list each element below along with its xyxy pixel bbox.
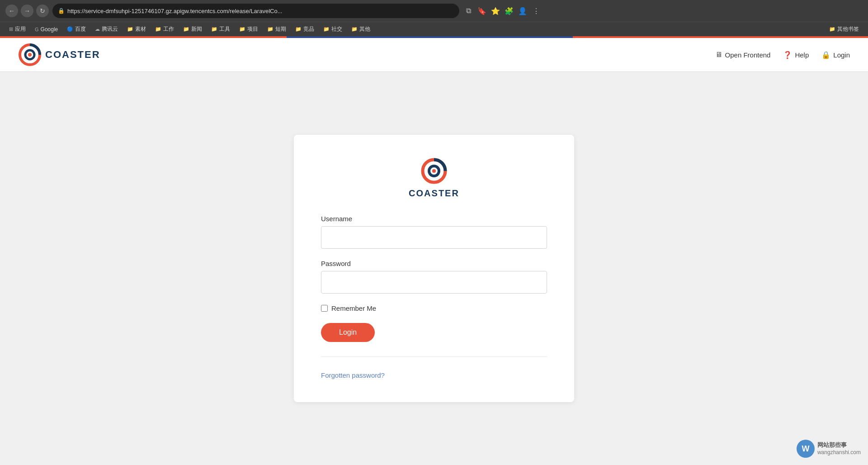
tencent-icon: ☁	[95, 26, 100, 32]
bookmark-other-bookmarks[interactable]: 📁 其他书签	[826, 24, 863, 34]
bookmark-label: Google	[41, 26, 58, 33]
bookmark-social[interactable]: 📁 社交	[320, 24, 346, 34]
remember-me-label[interactable]: Remember Me	[331, 304, 376, 312]
password-group: Password	[321, 260, 547, 294]
app-header: COASTER 🖥 Open Frontend ❓ Help 🔒 Login	[0, 38, 868, 72]
bookmark-sucai[interactable]: 📁 素材	[123, 24, 150, 34]
bookmark-label: 其他	[359, 25, 370, 33]
bookmark-label: 百度	[75, 25, 86, 33]
google-icon: G	[35, 27, 39, 32]
bookmark-competition[interactable]: 📁 竞品	[292, 24, 318, 34]
folder-icon: 📁	[351, 26, 358, 32]
bookmark-label: 其他书签	[837, 25, 859, 33]
baidu-icon: 🔵	[67, 26, 73, 32]
login-logo-icon	[420, 157, 448, 185]
main-content: COASTER Username Password Remember Me Lo…	[0, 72, 868, 465]
coaster-logo-icon	[18, 43, 42, 66]
login-logo: COASTER	[321, 157, 547, 199]
folder-icon: 📁	[211, 26, 217, 32]
svg-point-5	[432, 169, 436, 173]
bookmark-icon[interactable]: 🔖	[476, 5, 487, 16]
bookmark-apps[interactable]: ⊞ 应用	[5, 24, 29, 34]
url-text: https://service-dmfsuhpi-1251746107.gz.a…	[67, 8, 454, 14]
remember-me-checkbox[interactable]	[321, 305, 328, 312]
remember-me-container: Remember Me	[321, 304, 547, 312]
browser-toolbar: ← → ↻ 🔒 https://service-dmfsuhpi-1251746…	[0, 0, 868, 22]
username-input[interactable]	[321, 226, 547, 249]
lock-header-icon: 🔒	[821, 51, 830, 59]
bookmark-label: 项目	[247, 25, 258, 33]
bookmark-work[interactable]: 📁 工作	[151, 24, 178, 34]
bookmark-tools[interactable]: 📁 工具	[208, 24, 234, 34]
password-input[interactable]	[321, 271, 547, 294]
help-label: Help	[795, 51, 809, 59]
copy-icon[interactable]: ⧉	[463, 5, 474, 16]
bookmark-tencent[interactable]: ☁ 腾讯云	[91, 24, 122, 34]
watermark-line2: wangzhanshi.com	[817, 449, 861, 456]
monitor-icon: 🖥	[715, 51, 722, 59]
login-logo-text: COASTER	[409, 188, 459, 199]
username-label: Username	[321, 215, 547, 223]
refresh-button[interactable]: ↻	[36, 5, 49, 17]
folder-icon: 📁	[239, 26, 245, 32]
bookmark-label: 腾讯云	[102, 25, 118, 33]
folder-icon: 📁	[829, 26, 835, 32]
folder-icon: 📁	[155, 26, 161, 32]
nav-buttons: ← → ↻	[5, 5, 49, 17]
browser-actions: ⧉ 🔖 ⭐ 🧩 👤 ⋮	[463, 5, 542, 16]
folder-icon: 📁	[127, 26, 133, 32]
forward-button[interactable]: →	[21, 5, 33, 17]
profile-icon[interactable]: 👤	[517, 5, 528, 16]
forgotten-password-link[interactable]: Forgotten password?	[321, 371, 385, 379]
divider	[321, 356, 547, 357]
folder-icon: 📁	[295, 26, 302, 32]
open-frontend-link[interactable]: 🖥 Open Frontend	[715, 51, 771, 59]
watermark-letter: W	[802, 444, 809, 454]
bookmark-label: 工作	[163, 25, 174, 33]
password-label: Password	[321, 260, 547, 267]
star-icon[interactable]: ⭐	[490, 5, 501, 16]
bookmark-google[interactable]: G Google	[31, 25, 61, 34]
bookmarks-bar: ⊞ 应用 G Google 🔵 百度 ☁ 腾讯云 📁 素材 📁 工作 📁 新闻 …	[0, 22, 868, 36]
login-header-link[interactable]: 🔒 Login	[821, 51, 850, 59]
watermark: W 网站那些事 wangzhanshi.com	[797, 440, 861, 458]
bookmark-label: 新闻	[191, 25, 202, 33]
bookmark-news[interactable]: 📁 新闻	[179, 24, 206, 34]
watermark-circle: W	[797, 440, 815, 458]
back-button[interactable]: ←	[5, 5, 18, 17]
bookmark-projects[interactable]: 📁 项目	[236, 24, 262, 34]
help-icon: ❓	[783, 51, 792, 59]
lock-icon: 🔒	[58, 8, 65, 14]
folder-icon: 📁	[183, 26, 189, 32]
address-bar[interactable]: 🔒 https://service-dmfsuhpi-1251746107.gz…	[52, 4, 459, 18]
bookmark-label: 应用	[15, 25, 26, 33]
svg-point-2	[28, 53, 32, 57]
browser-chrome: ← → ↻ 🔒 https://service-dmfsuhpi-1251746…	[0, 0, 868, 36]
folder-icon: 📁	[267, 26, 274, 32]
logo-container: COASTER	[18, 43, 100, 66]
bookmark-label: 短期	[275, 25, 286, 33]
bookmark-baidu[interactable]: 🔵 百度	[63, 24, 90, 34]
logo-text: COASTER	[45, 49, 100, 61]
username-group: Username	[321, 215, 547, 249]
apps-icon: ⊞	[9, 26, 13, 32]
bookmark-other[interactable]: 📁 其他	[348, 24, 374, 34]
folder-icon: 📁	[323, 26, 330, 32]
header-nav: 🖥 Open Frontend ❓ Help 🔒 Login	[715, 51, 850, 59]
bookmark-shortterm[interactable]: 📁 短期	[264, 24, 290, 34]
bookmark-label: 竞品	[303, 25, 314, 33]
watermark-line1: 网站那些事	[817, 441, 861, 449]
open-frontend-label: Open Frontend	[725, 51, 771, 59]
menu-icon[interactable]: ⋮	[531, 5, 542, 16]
watermark-text: 网站那些事 wangzhanshi.com	[817, 441, 861, 456]
login-card: COASTER Username Password Remember Me Lo…	[294, 135, 574, 402]
login-header-label: Login	[833, 51, 850, 59]
extension-icon[interactable]: 🧩	[504, 5, 514, 16]
bookmark-label: 工具	[219, 25, 230, 33]
login-button[interactable]: Login	[321, 323, 375, 342]
bookmark-label: 素材	[135, 25, 146, 33]
bookmark-label: 社交	[331, 25, 342, 33]
help-link[interactable]: ❓ Help	[783, 51, 809, 59]
